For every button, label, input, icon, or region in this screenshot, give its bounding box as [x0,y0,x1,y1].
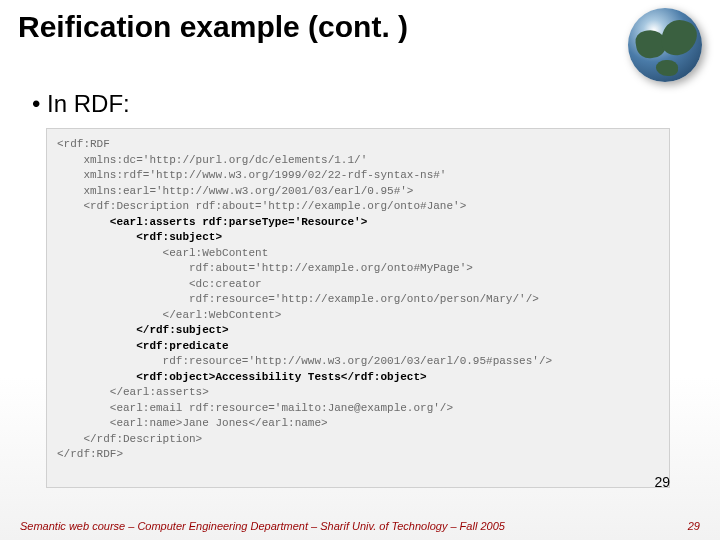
code-bold: </rdf:subject> <rdf:predicate [57,324,229,352]
code-plain: <rdf:RDF xmlns:dc='http://purl.org/dc/el… [57,138,466,212]
code-block: <rdf:RDF xmlns:dc='http://purl.org/dc/el… [46,128,670,488]
slide: Reification example (cont. ) In RDF: <rd… [0,0,720,540]
footer-text: Semantic web course – Computer Engineeri… [20,520,505,532]
page-title: Reification example (cont. ) [18,10,408,44]
code-plain: </earl:asserts> <earl:email rdf:resource… [57,386,453,460]
code-bold: <rdf:object>Accessibility Tests</rdf:obj… [57,371,427,383]
bullet-text: In RDF: [32,90,130,118]
code-plain: <earl:WebContent rdf:about='http://examp… [57,247,539,321]
code-bold: <earl:asserts rdf:parseType='Resource'> … [57,216,367,244]
page-number-outer: 29 [688,520,700,532]
code-plain: rdf:resource='http://www.w3.org/2001/03/… [57,355,552,367]
globe-icon [628,8,702,82]
page-number-inner: 29 [654,474,670,490]
